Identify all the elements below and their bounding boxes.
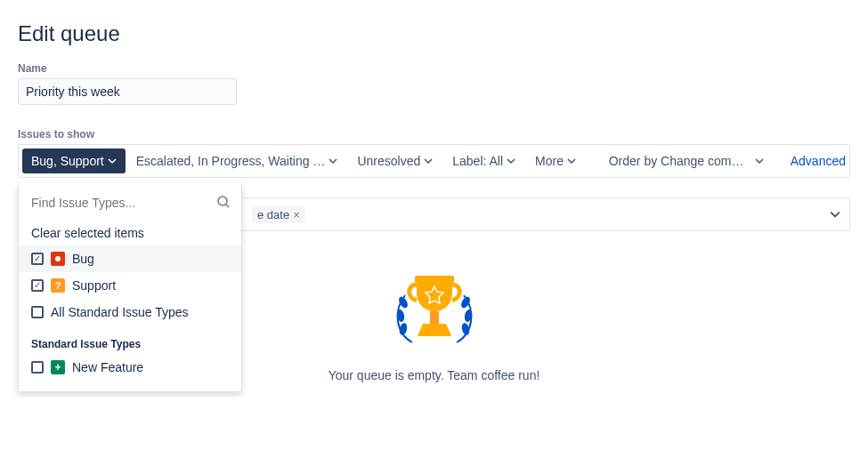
- issue-type-filter[interactable]: Bug, Support: [22, 149, 126, 173]
- support-icon: [51, 278, 65, 293]
- dropdown-search-row: [19, 190, 241, 221]
- trophy-icon: [385, 267, 483, 356]
- status-filter[interactable]: Escalated, In Progress, Waiting …: [127, 149, 347, 173]
- svg-rect-9: [430, 311, 439, 324]
- checkbox-icon: [31, 361, 44, 374]
- dropdown-item-bug[interactable]: Bug: [19, 245, 241, 272]
- issue-type-filter-label: Bug, Support: [31, 154, 104, 168]
- page-title: Edit queue: [18, 21, 850, 46]
- svg-point-7: [460, 322, 470, 336]
- label-filter[interactable]: Label: All: [443, 149, 524, 173]
- column-tag[interactable]: e date ×: [252, 206, 305, 223]
- dropdown-search-input[interactable]: [29, 192, 216, 213]
- chevron-down-icon: [755, 157, 764, 165]
- status-filter-label: Escalated, In Progress, Waiting …: [136, 154, 326, 168]
- svg-rect-8: [415, 276, 454, 283]
- svg-line-1: [226, 205, 229, 207]
- more-filter-label: More: [535, 154, 564, 168]
- issues-to-show-label: Issues to show: [18, 128, 850, 141]
- chevron-down-icon[interactable]: [830, 209, 840, 220]
- chevron-down-icon: [507, 157, 515, 165]
- dropdown-item-label: Support: [72, 278, 116, 293]
- chevron-down-icon: [424, 157, 433, 165]
- checkbox-checked-icon: [31, 253, 44, 265]
- name-field: Name: [18, 62, 850, 105]
- more-filter[interactable]: More: [526, 149, 585, 173]
- resolution-filter[interactable]: Unresolved: [348, 149, 442, 173]
- chevron-down-icon: [108, 157, 117, 165]
- search-icon: [216, 195, 231, 212]
- label-filter-label: Label: All: [452, 154, 503, 168]
- advanced-link[interactable]: Advanced: [791, 154, 846, 168]
- resolution-filter-label: Unresolved: [357, 154, 420, 168]
- order-by-label: Order by Change completion date: [609, 154, 750, 168]
- issue-type-dropdown: Clear selected items Bug Support All Sta…: [18, 183, 242, 392]
- name-label: Name: [18, 62, 850, 75]
- remove-tag-icon[interactable]: ×: [293, 208, 300, 221]
- queue-name-input[interactable]: [18, 78, 237, 105]
- dropdown-item-support[interactable]: Support: [19, 272, 241, 299]
- dropdown-item-label: Bug: [72, 252, 94, 266]
- dropdown-item-label: New Feature: [72, 360, 143, 374]
- checkbox-icon: [31, 306, 44, 318]
- new-feature-icon: [51, 360, 65, 374]
- dropdown-item-label: All Standard Issue Types: [51, 305, 189, 319]
- chevron-down-icon: [329, 157, 337, 165]
- dropdown-item-all-standard[interactable]: All Standard Issue Types: [19, 299, 241, 325]
- svg-point-4: [398, 322, 408, 336]
- dropdown-item-new-feature[interactable]: New Feature: [19, 354, 241, 381]
- bug-icon: [51, 252, 65, 266]
- dropdown-group-label: Standard Issue Types: [19, 325, 241, 354]
- svg-point-0: [218, 197, 227, 205]
- order-by-dropdown[interactable]: Order by Change completion date: [600, 149, 773, 173]
- clear-selected-link[interactable]: Clear selected items: [19, 221, 241, 245]
- filter-bar: Bug, Support Escalated, In Progress, Wai…: [18, 144, 850, 178]
- checkbox-checked-icon: [31, 279, 44, 292]
- chevron-down-icon: [567, 157, 576, 165]
- column-tag-label: e date: [257, 208, 289, 221]
